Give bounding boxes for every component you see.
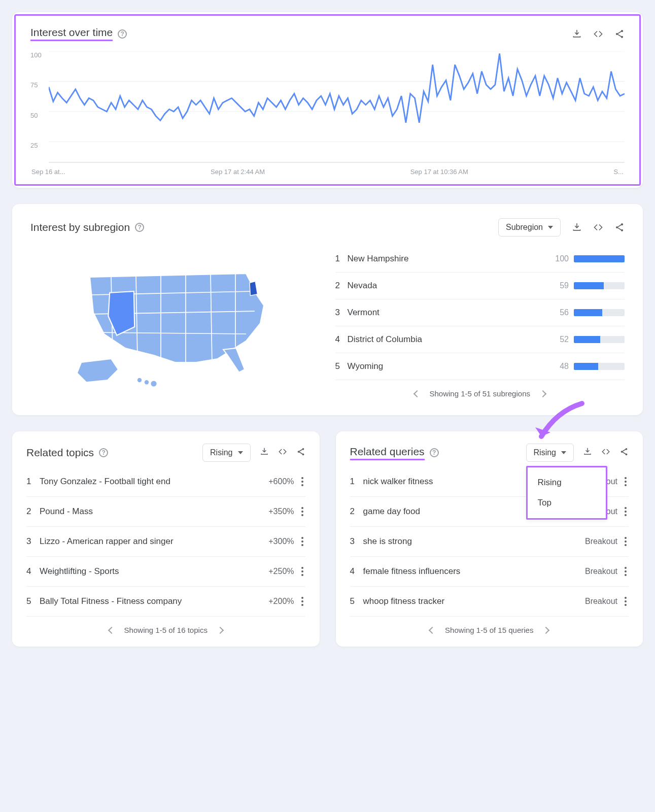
kebab-icon[interactable] [299,595,305,608]
embed-icon[interactable] [593,29,603,39]
kebab-icon[interactable] [299,505,305,518]
region-row[interactable]: 5 Wyoming 48 [335,353,625,380]
region-value: 48 [560,362,569,371]
region-rank: 5 [335,361,348,371]
region-name: New Hampshire [348,254,556,264]
download-icon[interactable] [572,222,582,232]
x-tick: Sep 17 at 10:36 AM [410,168,468,176]
region-bar [574,336,625,343]
us-map[interactable] [30,246,320,401]
interest-over-time-highlight: Interest over time ? 100 75 50 25 [14,14,641,186]
queries-filter-selector[interactable]: Rising [526,444,574,462]
item-rank: 4 [26,566,40,577]
x-tick: Sep 17 at 2:44 AM [211,168,265,176]
item-metric: +600% [268,477,294,486]
next-page-button[interactable] [542,626,549,633]
related-queries-card: Related queries ? Rising Rising Top 1nic… [336,431,643,647]
item-label: Lizzo - American rapper and singer [40,536,268,547]
item-metric: Breakout [585,537,617,546]
selector-label: Rising [534,448,556,457]
item-label: Bally Total Fitness - Fitness company [40,596,268,606]
prev-page-button[interactable] [429,626,436,633]
item-rank: 5 [26,596,40,606]
card-header: Interest by subregion ? Subregion [30,218,625,236]
item-rank: 2 [350,506,363,517]
list-item[interactable]: 5whoop fitness trackerBreakout [350,587,629,617]
item-label: whoop fitness tracker [363,596,585,606]
kebab-icon[interactable] [623,505,629,518]
region-value: 59 [560,281,569,290]
region-row[interactable]: 3 Vermont 56 [335,299,625,326]
item-rank: 2 [26,506,40,517]
topics-pager: Showing 1-5 of 16 topics [26,626,305,634]
list-item[interactable]: 3Lizzo - American rapper and singer+300% [26,527,305,557]
prev-page-button[interactable] [413,390,420,397]
y-tick: 100 [30,51,42,59]
list-item[interactable]: 5Bally Total Fitness - Fitness company+2… [26,587,305,617]
region-bar [574,363,625,370]
region-row[interactable]: 4 District of Columbia 52 [335,326,625,353]
dropdown-option-top[interactable]: Top [530,493,604,513]
x-axis-labels: Sep 16 at... Sep 17 at 2:44 AM Sep 17 at… [30,168,625,176]
next-page-button[interactable] [217,626,224,633]
embed-icon[interactable] [278,447,287,458]
region-row[interactable]: 2 Nevada 59 [335,273,625,299]
item-rank: 4 [350,566,363,577]
filter-dropdown-menu: Rising Top [526,466,607,520]
svg-point-13 [151,381,157,386]
kebab-icon[interactable] [623,565,629,578]
prev-page-button[interactable] [108,626,115,633]
x-tick: S... [613,168,624,176]
kebab-icon[interactable] [299,535,305,548]
share-icon[interactable] [619,447,629,458]
card-header: Related queries ? Rising Rising Top [350,444,629,462]
related-topics-card: Related topics ? Rising 1Tony Gonzalez -… [12,431,320,647]
embed-icon[interactable] [593,222,603,232]
region-bar [574,282,625,289]
list-item[interactable]: 2Pound - Mass+350% [26,497,305,527]
x-tick: Sep 16 at... [31,168,65,176]
kebab-icon[interactable] [623,475,629,488]
item-rank: 5 [350,596,363,606]
download-icon[interactable] [583,447,592,458]
list-item[interactable]: 3she is strongBreakout [350,527,629,557]
dropdown-option-rising[interactable]: Rising [530,472,604,493]
chevron-down-icon [561,451,566,454]
download-icon[interactable] [260,447,269,458]
svg-point-12 [145,380,149,384]
chevron-down-icon [238,451,243,454]
next-page-button[interactable] [539,390,546,397]
help-icon[interactable]: ? [430,448,439,457]
help-icon[interactable]: ? [118,29,127,39]
card-title: Interest over time [30,26,113,41]
region-name: Wyoming [348,361,560,371]
embed-icon[interactable] [601,447,610,458]
pager-text: Showing 1-5 of 15 queries [445,626,533,634]
topics-filter-selector[interactable]: Rising [202,444,250,462]
region-rank: 1 [335,254,348,264]
help-icon[interactable]: ? [99,448,108,457]
region-row[interactable]: 1 New Hampshire 100 [335,246,625,273]
help-icon[interactable]: ? [135,223,144,232]
share-icon[interactable] [296,447,305,458]
kebab-icon[interactable] [623,535,629,548]
card-header: Interest over time ? [30,26,625,41]
download-icon[interactable] [572,29,582,39]
region-rank: 2 [335,281,348,291]
kebab-icon[interactable] [299,475,305,488]
item-label: Weightlifting - Sports [40,566,268,577]
share-icon[interactable] [614,29,625,39]
list-item[interactable]: 4female fitness influencersBreakout [350,557,629,587]
card-header: Related topics ? Rising [26,444,305,462]
kebab-icon[interactable] [623,595,629,608]
subregion-selector[interactable]: Subregion [498,218,561,236]
kebab-icon[interactable] [299,565,305,578]
card-title: Related queries [350,446,425,460]
share-icon[interactable] [614,222,625,232]
list-item[interactable]: 1Tony Gonzalez - Football tight end+600% [26,467,305,497]
item-rank: 3 [26,536,40,547]
item-metric: Breakout [585,567,617,576]
list-item[interactable]: 4Weightlifting - Sports+250% [26,557,305,587]
subregion-pager: Showing 1-5 of 51 subregions [335,389,625,398]
y-tick: 50 [30,112,38,119]
